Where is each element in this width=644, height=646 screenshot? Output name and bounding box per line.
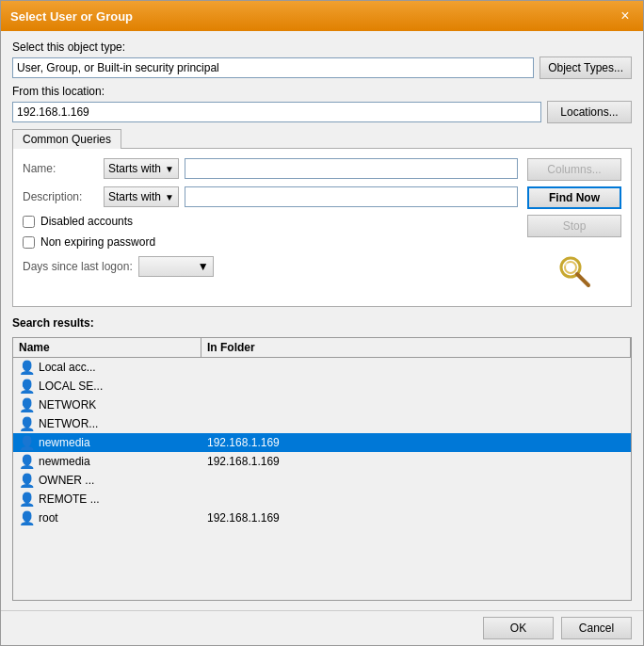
name-filter-input[interactable] bbox=[185, 158, 518, 179]
row-name: 👤root bbox=[13, 509, 201, 526]
queries-right: Columns... Find Now Stop bbox=[527, 158, 621, 297]
description-filter-arrow: ▼ bbox=[165, 192, 174, 202]
row-folder: 192.168.1.169 bbox=[201, 454, 631, 469]
table-row[interactable]: 👤root192.168.1.169 bbox=[13, 509, 631, 527]
disabled-accounts-checkbox[interactable] bbox=[23, 216, 35, 228]
row-name: 👤OWNER ... bbox=[13, 472, 201, 489]
ok-button[interactable]: OK bbox=[483, 617, 554, 639]
row-folder bbox=[201, 404, 631, 406]
user-icon: 👤 bbox=[19, 416, 35, 431]
non-expiring-label: Non expiring password bbox=[40, 235, 155, 249]
row-name: 👤Local acc... bbox=[13, 359, 201, 376]
close-button[interactable]: × bbox=[617, 8, 634, 24]
name-filter-value: Starts with bbox=[108, 162, 161, 175]
row-name: 👤LOCAL SE... bbox=[13, 378, 201, 395]
location-input[interactable] bbox=[12, 102, 541, 122]
header-name: Name bbox=[13, 338, 201, 357]
user-icon: 👤 bbox=[19, 454, 35, 469]
table-row[interactable]: 👤NETWORK bbox=[13, 396, 631, 414]
user-icon: 👤 bbox=[19, 492, 35, 507]
results-table: Name In Folder 👤Local acc...👤LOCAL SE...… bbox=[12, 337, 632, 601]
svg-point-3 bbox=[565, 263, 569, 266]
table-row[interactable]: 👤newmedia192.168.1.169 bbox=[13, 452, 631, 471]
location-group: From this location: Locations... bbox=[12, 85, 632, 123]
table-row[interactable]: 👤OWNER ... bbox=[13, 471, 631, 490]
row-name: 👤NETWORK bbox=[13, 396, 201, 413]
row-folder bbox=[201, 423, 631, 425]
disabled-accounts-label: Disabled accounts bbox=[40, 215, 133, 228]
table-row[interactable]: 👤newmedia192.168.1.169 bbox=[13, 433, 631, 452]
queries-left: Name: Starts with ▼ Description: Starts … bbox=[23, 158, 518, 297]
common-queries-container: Common Queries Name: Starts with ▼ D bbox=[12, 129, 632, 307]
common-queries-tab[interactable]: Common Queries bbox=[12, 129, 121, 149]
row-name: 👤newmedia bbox=[13, 434, 201, 451]
common-queries-panel: Name: Starts with ▼ Description: Starts … bbox=[12, 148, 632, 307]
dialog-footer: OK Cancel bbox=[1, 610, 643, 645]
row-folder bbox=[201, 479, 631, 481]
description-filter-input[interactable] bbox=[185, 186, 518, 207]
object-types-button[interactable]: Object Types... bbox=[539, 57, 632, 79]
row-folder bbox=[201, 385, 631, 387]
find-now-button[interactable]: Find Now bbox=[527, 186, 621, 209]
description-filter-value: Starts with bbox=[108, 190, 161, 203]
locations-button[interactable]: Locations... bbox=[547, 101, 632, 123]
object-type-label: Select this object type: bbox=[12, 40, 632, 54]
object-type-group: Select this object type: Object Types... bbox=[12, 40, 632, 79]
description-label: Description: bbox=[23, 190, 98, 203]
user-icon: 👤 bbox=[19, 379, 35, 394]
user-icon: 👤 bbox=[19, 473, 35, 488]
search-icon bbox=[527, 243, 621, 297]
row-name: 👤REMOTE ... bbox=[13, 491, 201, 508]
stop-button[interactable]: Stop bbox=[527, 215, 621, 237]
name-row: Name: Starts with ▼ bbox=[23, 158, 518, 179]
name-label: Name: bbox=[23, 162, 98, 175]
user-icon: 👤 bbox=[19, 397, 35, 412]
days-arrow: ▼ bbox=[198, 260, 209, 273]
non-expiring-row: Non expiring password bbox=[23, 235, 518, 249]
row-folder bbox=[201, 366, 631, 368]
columns-button[interactable]: Columns... bbox=[527, 158, 621, 181]
table-row[interactable]: 👤LOCAL SE... bbox=[13, 377, 631, 396]
row-folder bbox=[201, 498, 631, 500]
object-type-input[interactable] bbox=[12, 57, 534, 78]
days-row: Days since last logon: ▼ bbox=[23, 256, 518, 277]
table-row[interactable]: 👤REMOTE ... bbox=[13, 490, 631, 509]
title-bar: Select User or Group × bbox=[1, 1, 643, 31]
svg-line-2 bbox=[577, 274, 588, 285]
disabled-accounts-row: Disabled accounts bbox=[23, 215, 518, 228]
row-folder: 192.168.1.169 bbox=[201, 510, 631, 525]
table-row[interactable]: 👤Local acc... bbox=[13, 358, 631, 377]
user-icon: 👤 bbox=[19, 360, 35, 375]
description-row: Description: Starts with ▼ bbox=[23, 186, 518, 207]
results-header: Name In Folder bbox=[13, 338, 631, 358]
days-dropdown[interactable]: ▼ bbox=[138, 256, 214, 277]
row-name: 👤newmedia bbox=[13, 453, 201, 470]
dialog-body: Select this object type: Object Types...… bbox=[1, 31, 643, 610]
row-name: 👤NETWOR... bbox=[13, 415, 201, 432]
results-body[interactable]: 👤Local acc...👤LOCAL SE...👤NETWORK👤NETWOR… bbox=[13, 358, 631, 600]
name-filter-dropdown[interactable]: Starts with ▼ bbox=[104, 158, 179, 179]
cancel-button[interactable]: Cancel bbox=[561, 617, 632, 639]
location-label: From this location: bbox=[12, 85, 632, 98]
row-folder: 192.168.1.169 bbox=[201, 435, 631, 450]
user-icon: 👤 bbox=[19, 510, 35, 525]
description-filter-dropdown[interactable]: Starts with ▼ bbox=[104, 186, 179, 207]
header-folder: In Folder bbox=[201, 338, 631, 357]
table-row[interactable]: 👤NETWOR... bbox=[13, 414, 631, 433]
user-icon: 👤 bbox=[19, 435, 35, 450]
non-expiring-checkbox[interactable] bbox=[23, 236, 35, 249]
days-label: Days since last logon: bbox=[23, 260, 133, 273]
dialog-title: Select User or Group bbox=[10, 9, 133, 24]
select-user-group-dialog: Select User or Group × Select this objec… bbox=[0, 0, 644, 646]
name-filter-arrow: ▼ bbox=[165, 164, 174, 174]
search-results-label: Search results: bbox=[12, 316, 632, 330]
